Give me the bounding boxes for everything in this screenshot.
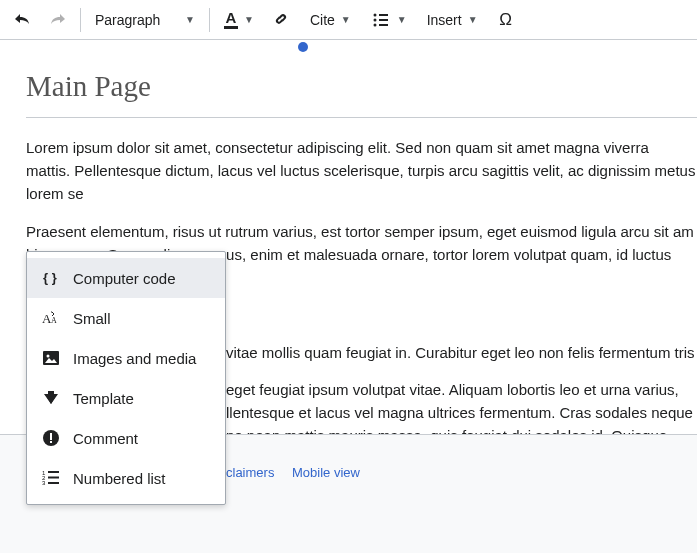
separator [80,8,81,32]
popup-item-small[interactable]: AA Small [27,298,225,338]
popup-item-computer-code[interactable]: { } Computer code [27,258,225,298]
popup-item-comment[interactable]: Comment [27,418,225,458]
svg-rect-5 [379,24,388,26]
popup-item-template[interactable]: Template [27,378,225,418]
cite-dropdown[interactable]: Cite ▼ [300,0,361,40]
svg-rect-13 [50,441,52,443]
special-char-button[interactable]: Ω [488,0,524,40]
undo-icon [12,10,32,30]
popup-item-label: Computer code [73,270,176,287]
popup-item-label: Small [73,310,111,327]
svg-point-0 [373,13,376,16]
format-dropdown[interactable]: Paragraph ▼ [85,0,205,40]
omega-icon: Ω [499,10,512,30]
redo-icon [48,10,68,30]
svg-text:{ }: { } [43,270,57,285]
separator [209,8,210,32]
page-title[interactable]: Main Page [26,64,697,118]
popup-item-label: Template [73,390,134,407]
editor-toolbar: Paragraph ▼ A ▼ Cite ▼ ▼ Insert ▼ Ω [0,0,697,40]
paragraph[interactable]: Lorem ipsum dolor sit amet, consectetur … [26,136,697,206]
chevron-down-icon: ▼ [397,14,407,25]
svg-rect-12 [50,433,52,440]
chevron-down-icon: ▼ [185,14,195,25]
redo-button[interactable] [40,0,76,40]
svg-point-2 [373,18,376,21]
cite-label: Cite [310,12,335,28]
svg-point-4 [373,23,376,26]
image-icon [41,348,61,368]
code-icon: { } [41,268,61,288]
chevron-down-icon: ▼ [244,14,254,25]
list-dropdown[interactable]: ▼ [361,0,417,40]
svg-rect-17 [48,477,59,479]
text-style-icon: A [224,10,238,29]
popup-item-images[interactable]: Images and media [27,338,225,378]
footer-link-disclaimers[interactable]: claimers [226,465,274,480]
footer-link-mobile[interactable]: Mobile view [292,465,360,480]
popup-item-numbered-list[interactable]: 123 Numbered list [27,458,225,498]
popup-item-label: Images and media [73,350,196,367]
link-button[interactable] [264,0,300,40]
chevron-down-icon: ▼ [468,14,478,25]
text-style-dropdown[interactable]: A ▼ [214,0,264,40]
bullet-list-icon [371,10,391,30]
popup-item-label: Numbered list [73,470,166,487]
svg-rect-1 [379,14,388,16]
insert-label: Insert [427,12,462,28]
svg-rect-15 [48,471,59,473]
undo-button[interactable] [4,0,40,40]
slash-command-popup: { } Computer code AA Small Images and me… [26,251,226,505]
svg-rect-3 [379,19,388,21]
link-icon [272,10,292,30]
indicator-dot [298,42,308,52]
popup-item-label: Comment [73,430,138,447]
format-dropdown-label: Paragraph [95,12,160,28]
numbered-list-icon: 123 [41,468,61,488]
insert-dropdown[interactable]: Insert ▼ [417,0,488,40]
comment-icon [41,428,61,448]
svg-rect-19 [48,482,59,484]
svg-point-10 [47,355,50,358]
small-text-icon: AA [41,308,61,328]
svg-text:3: 3 [42,480,46,486]
template-icon [41,388,61,408]
svg-text:A: A [51,316,57,325]
chevron-down-icon: ▼ [341,14,351,25]
